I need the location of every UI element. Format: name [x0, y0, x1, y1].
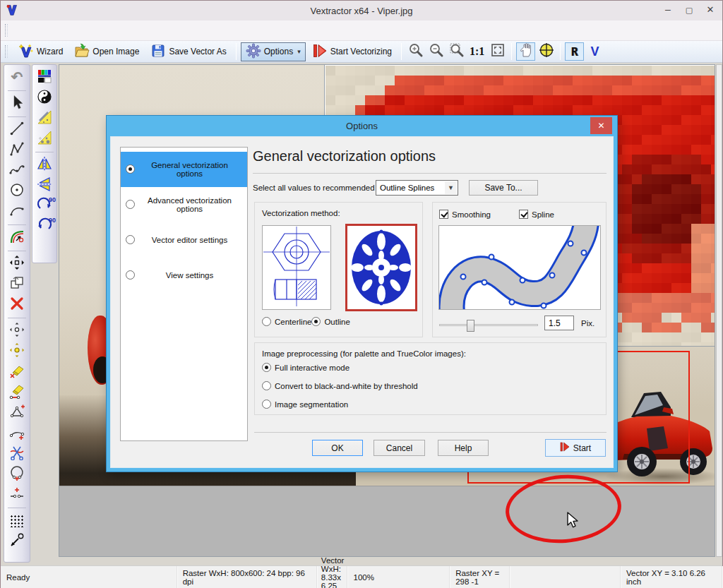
dialog-nav-label: View settings — [166, 271, 214, 280]
tool-button[interactable] — [34, 155, 55, 175]
menu-item[interactable] — [12, 28, 23, 33]
preprocessing-radio-option[interactable]: Convert to black-and-white by threshold — [262, 381, 418, 390]
tool-button[interactable] — [6, 341, 28, 361]
statusbar-panel — [510, 566, 621, 588]
tool-button[interactable] — [6, 484, 28, 505]
palette-icon — [37, 68, 52, 87]
window-control-button[interactable]: – — [657, 1, 679, 18]
dialog-nav-item[interactable]: Advanced vectorization options — [121, 187, 247, 222]
tool-button[interactable] — [6, 253, 28, 274]
checkbox-option[interactable]: Smoothing — [439, 210, 491, 219]
tool-button[interactable] — [34, 67, 55, 88]
radio-icon — [126, 200, 135, 209]
tool-button[interactable] — [6, 402, 28, 423]
menu-item[interactable] — [35, 28, 46, 33]
checkbox-icon — [439, 210, 448, 219]
tolerance-input[interactable] — [544, 316, 574, 330]
slider-thumb[interactable] — [467, 320, 474, 332]
dialog-nav-item[interactable]: General vectorization options — [121, 152, 247, 187]
zoom-actual-size-button[interactable]: 1:1 — [467, 42, 486, 61]
pan-hand-button[interactable] — [516, 42, 535, 61]
tool-button[interactable] — [6, 140, 28, 160]
save-vector-as-button[interactable]: Save Vector As — [145, 42, 231, 61]
cancel-button[interactable]: Cancel — [374, 440, 425, 456]
menubar-grip — [5, 24, 8, 37]
tool-button[interactable] — [6, 93, 28, 114]
tool-button[interactable] — [6, 320, 28, 341]
start-vectorizing-button[interactable]: Start Vectorizing — [307, 42, 397, 61]
menu-item[interactable] — [57, 28, 68, 33]
show-vector-button[interactable]: V — [585, 42, 604, 61]
maximize-icon: ▢ — [686, 4, 693, 15]
hand-icon — [518, 42, 534, 61]
tool-button[interactable] — [34, 128, 55, 149]
flip-vertical-icon — [37, 156, 52, 174]
tool-button[interactable] — [6, 201, 28, 222]
gear-icon — [246, 43, 261, 61]
start-icon — [560, 442, 570, 454]
tool-button[interactable]: 90 — [34, 216, 55, 236]
menu-item[interactable] — [68, 28, 80, 33]
tool-button[interactable]: ↶ — [6, 67, 28, 88]
centerline-sample-image — [262, 225, 331, 310]
tool-button[interactable] — [6, 361, 28, 382]
break-segment-icon — [9, 486, 25, 504]
window-control-button[interactable]: ▢ — [679, 1, 700, 18]
tool-button[interactable] — [6, 160, 28, 181]
recommended-for-label: Select all values to recommended for: — [253, 184, 388, 192]
zoom-window-button[interactable] — [447, 42, 466, 61]
menu-item[interactable] — [46, 28, 57, 33]
tolerance-unit-label: Pix. — [581, 319, 594, 328]
fit-to-window-button[interactable] — [488, 42, 507, 61]
preprocessing-radio-option[interactable]: Full interactive mode — [262, 363, 418, 372]
zoom-out-button[interactable] — [426, 42, 446, 61]
smoothing-slider[interactable] — [439, 320, 538, 330]
tool-button[interactable] — [34, 108, 55, 128]
tool-button[interactable] — [6, 227, 28, 248]
menu-item[interactable] — [80, 28, 91, 33]
method-radio-option[interactable]: Outline — [311, 317, 349, 326]
ok-button[interactable]: OK — [312, 440, 363, 456]
help-button[interactable]: Help — [438, 440, 489, 456]
zoom-in-button[interactable] — [406, 42, 425, 61]
dialog-nav-item[interactable]: Vector editor settings — [121, 222, 247, 258]
window-control-button[interactable]: ✕ — [700, 1, 721, 18]
add-vertex-icon — [9, 404, 25, 422]
tool-button[interactable] — [6, 464, 28, 484]
open-image-button[interactable]: Open Image — [69, 42, 144, 61]
tool-button[interactable] — [6, 274, 28, 294]
crosshair-target-icon — [539, 42, 554, 61]
method-radio-option[interactable]: Centerline — [262, 317, 311, 326]
dialog-nav-item[interactable]: View settings — [121, 258, 247, 293]
tool-button[interactable] — [6, 181, 28, 201]
menu-item[interactable] — [23, 28, 35, 33]
checkbox-option[interactable]: Spline — [519, 210, 554, 219]
snap-pick-icon — [9, 532, 25, 551]
save-to-button[interactable]: Save To... — [469, 180, 538, 196]
tool-button[interactable] — [34, 88, 55, 108]
wizard-button[interactable]: Wizard — [13, 42, 68, 61]
radio-icon — [126, 164, 135, 174]
tool-button[interactable] — [6, 294, 28, 315]
tool-button[interactable] — [34, 175, 55, 196]
tool-button[interactable] — [6, 382, 28, 402]
tool-button[interactable] — [6, 423, 28, 443]
dialog-close-button[interactable]: ✕ — [590, 117, 612, 134]
tool-button[interactable] — [6, 531, 28, 551]
chevron-down-icon: ▼ — [445, 181, 457, 194]
tool-button[interactable] — [6, 443, 28, 464]
dialog-body: General vectorization optionsAdvanced ve… — [110, 136, 614, 468]
recommended-for-value: Outline Splines — [380, 184, 434, 192]
tool-button[interactable]: 90 — [34, 196, 55, 216]
recommended-for-select[interactable]: Outline Splines ▼ — [376, 180, 458, 196]
crosshair-target-button[interactable] — [537, 42, 556, 61]
start-button[interactable]: Start — [545, 439, 606, 457]
tool-button[interactable] — [6, 119, 28, 140]
tool-button[interactable] — [6, 510, 28, 531]
preprocessing-radio-option[interactable]: Image segmentation — [262, 400, 418, 409]
show-raster-button[interactable]: R — [565, 42, 584, 61]
options-button[interactable]: Options ▾ — [241, 42, 306, 61]
method-radio-label: Outline — [324, 318, 349, 326]
statusbar-text: Raster WxH: 800x600: 24 bpp: 96 dpi — [183, 569, 316, 586]
scrollbar-track[interactable] — [716, 64, 722, 557]
